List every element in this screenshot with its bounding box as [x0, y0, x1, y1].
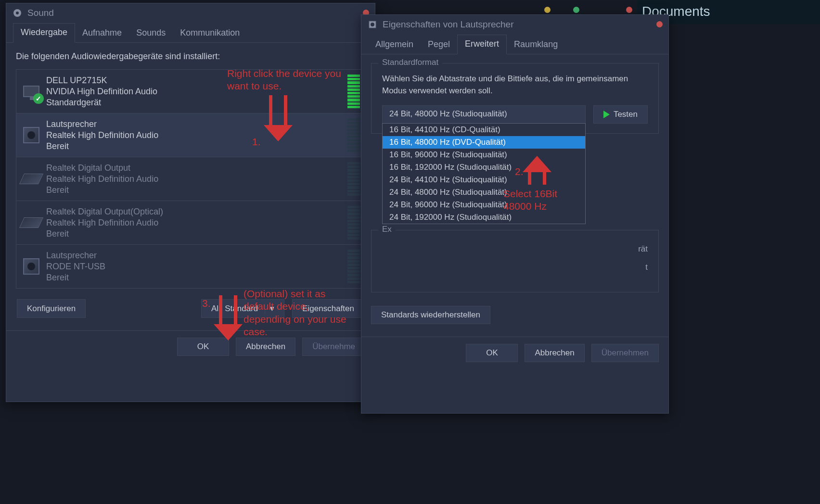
vu-meter: [347, 75, 360, 108]
configure-button[interactable]: Konfigurieren: [17, 299, 86, 318]
sound-tabs: WiedergabeAufnahmeSoundsKommunikation: [6, 23, 375, 43]
tab-kommunikation[interactable]: Kommunikation: [173, 24, 247, 43]
chevron-down-icon[interactable]: ▾: [265, 303, 274, 314]
device-texts: Realtek Digital Output(Optical)Realtek H…: [46, 207, 344, 239]
devices-description: Die folgenden Audiowiedergabegeräte sind…: [16, 51, 365, 62]
hdmi-icon: [21, 213, 41, 233]
apply-button[interactable]: Übernehmen: [591, 344, 659, 362]
test-label: Testen: [614, 110, 638, 119]
device-row[interactable]: Realtek Digital Output(Optical)Realtek H…: [16, 201, 365, 245]
exclusive-legend: Ex: [378, 225, 396, 234]
properties-button[interactable]: Eigenschaften: [292, 299, 364, 318]
device-texts: LautsprecherRODE NT-USBBereit: [46, 251, 344, 283]
device-row[interactable]: Realtek Digital OutputRealtek High Defin…: [16, 157, 365, 201]
sound-icon: [13, 9, 22, 17]
device-status: Bereit: [46, 185, 344, 195]
device-status: Bereit: [46, 141, 344, 151]
cancel-button[interactable]: Abbrechen: [525, 344, 584, 362]
format-option[interactable]: 16 Bit, 44100 Hz (CD-Qualität): [383, 124, 585, 136]
format-option[interactable]: 24 Bit, 44100 Hz (Studioqualität): [383, 174, 585, 186]
device-driver: Realtek High Definition Audio: [46, 174, 344, 184]
exclusive-fieldset: Ex rät t: [371, 230, 659, 292]
tab-aufnahme[interactable]: Aufnahme: [75, 24, 129, 43]
format-option[interactable]: 16 Bit, 48000 Hz (DVD-Qualität): [383, 136, 585, 149]
window-dot: [544, 7, 551, 13]
format-select[interactable]: 24 Bit, 48000 Hz (Studioqualität) 16 Bit…: [382, 105, 586, 124]
device-status: Standardgerät: [46, 98, 344, 108]
device-name: Lautsprecher: [46, 251, 344, 261]
restore-defaults-button[interactable]: Standards wiederherstellen: [371, 306, 490, 324]
device-name: Realtek Digital Output: [46, 163, 344, 173]
sound-titlebar[interactable]: Sound: [6, 3, 375, 23]
device-status: Bereit: [46, 273, 344, 283]
speaker-icon: [21, 256, 41, 277]
svg-point-3: [371, 23, 374, 26]
device-row[interactable]: LautsprecherRealtek High Definition Audi…: [16, 113, 365, 157]
window-dot: [573, 7, 579, 13]
device-name: Lautsprecher: [46, 119, 344, 129]
vu-meter: [347, 206, 360, 239]
tab-erweitert[interactable]: Erweitert: [457, 35, 507, 54]
device-list: ✓DELL UP2715KNVIDIA High Definition Audi…: [16, 69, 365, 289]
check-icon: ✓: [33, 93, 44, 104]
exclusive-text2: t: [382, 258, 648, 276]
standard-format-legend: Standardformat: [378, 58, 442, 67]
format-option[interactable]: 16 Bit, 96000 Hz (Studioqualität): [383, 149, 585, 161]
apply-button[interactable]: Übernehme: [302, 338, 365, 356]
sound-title: Sound: [27, 8, 54, 18]
close-icon[interactable]: [656, 21, 663, 27]
ok-button[interactable]: OK: [466, 344, 518, 362]
format-option[interactable]: 24 Bit, 96000 Hz (Studioqualität): [383, 199, 585, 211]
cancel-button[interactable]: Abbrechen: [236, 338, 295, 356]
format-option[interactable]: 24 Bit, 192000 Hz (Studioqualität): [383, 211, 585, 224]
standard-format-fieldset: Standardformat Wählen Sie die Abtastrate…: [371, 63, 659, 134]
set-default-button[interactable]: Als Standard ▾: [201, 299, 284, 318]
svg-point-1: [16, 12, 19, 14]
device-texts: LautsprecherRealtek High Definition Audi…: [46, 119, 344, 151]
properties-window: Eigenschaften von Lautsprecher Allgemein…: [361, 14, 669, 414]
set-default-label: Als Standard: [211, 304, 258, 314]
device-texts: Realtek Digital OutputRealtek High Defin…: [46, 163, 344, 195]
sound-window: Sound WiedergabeAufnahmeSoundsKommunikat…: [6, 3, 375, 402]
monitor-icon: ✓: [21, 81, 41, 101]
props-titlebar[interactable]: Eigenschaften von Lautsprecher: [361, 15, 668, 34]
play-icon: [603, 111, 610, 118]
format-dropdown: 16 Bit, 44100 Hz (CD-Qualität)16 Bit, 48…: [382, 123, 586, 224]
exclusive-text1: rät: [382, 240, 648, 258]
device-status: Bereit: [46, 229, 344, 239]
tab-allgemein[interactable]: Allgemein: [368, 36, 421, 54]
hdmi-icon: [21, 169, 41, 189]
speaker-icon: [368, 20, 377, 29]
test-button[interactable]: Testen: [593, 105, 648, 124]
tab-wiedergabe[interactable]: Wiedergabe: [13, 23, 75, 43]
tab-sounds[interactable]: Sounds: [129, 24, 173, 43]
props-title: Eigenschaften von Lautsprecher: [383, 19, 514, 30]
device-texts: DELL UP2715KNVIDIA High Definition Audio…: [46, 76, 344, 108]
vu-meter: [347, 118, 360, 152]
device-driver: RODE NT-USB: [46, 262, 344, 272]
tab-pegel[interactable]: Pegel: [421, 36, 457, 54]
device-name: DELL UP2715K: [46, 76, 344, 86]
device-row[interactable]: ✓DELL UP2715KNVIDIA High Definition Audi…: [16, 70, 365, 113]
device-name: Realtek Digital Output(Optical): [46, 207, 344, 217]
format-option[interactable]: 16 Bit, 192000 Hz (Studioqualität): [383, 161, 585, 174]
standard-format-desc: Wählen Sie die Abtastrate und die Bittie…: [382, 73, 648, 97]
format-option[interactable]: 24 Bit, 48000 Hz (Studioqualität): [383, 186, 585, 199]
vu-meter: [347, 250, 360, 283]
device-driver: NVIDIA High Definition Audio: [46, 87, 344, 97]
tab-raumklang[interactable]: Raumklang: [507, 36, 565, 54]
ok-button[interactable]: OK: [177, 338, 229, 356]
window-dot: [626, 7, 632, 13]
props-tabs: AllgemeinPegelErweitertRaumklang: [361, 34, 668, 54]
vu-meter: [347, 162, 360, 196]
speaker-icon: [21, 125, 41, 145]
device-row[interactable]: LautsprecherRODE NT-USBBereit: [16, 245, 365, 288]
device-driver: Realtek High Definition Audio: [46, 218, 344, 228]
device-driver: Realtek High Definition Audio: [46, 130, 344, 140]
format-select-value: 24 Bit, 48000 Hz (Studioqualität): [389, 109, 507, 118]
